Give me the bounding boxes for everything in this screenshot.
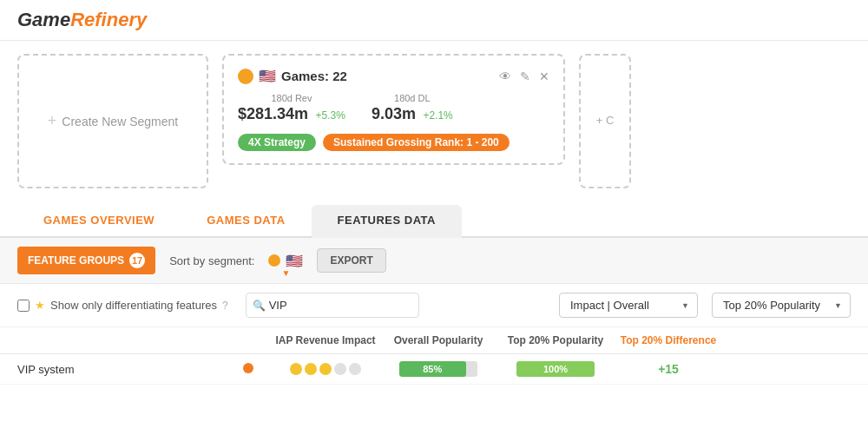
stat-rev-label: 180d Rev <box>271 93 312 103</box>
sort-label: Sort by segment: <box>169 254 254 267</box>
export-button[interactable]: EXPORT <box>317 248 385 273</box>
col-header-diff: Top 20% Difference <box>616 334 720 346</box>
segment-tag-strategy[interactable]: 4X Strategy <box>238 134 316 151</box>
segment-flag: 🇺🇸 <box>259 68 276 84</box>
popularity-label: 85% <box>423 364 442 374</box>
differentiating-checkbox[interactable] <box>17 300 30 312</box>
sort-segment-flag: 🇺🇸 <box>286 253 303 269</box>
segment-stats: 180d Rev $281.34m +5.3% 180d DL 9.03m +2… <box>238 93 549 123</box>
feature-groups-label: FEATURE GROUPS <box>28 254 124 267</box>
top20-label: 100% <box>543 364 568 374</box>
star-icon: ★ <box>35 299 45 312</box>
filter-label: Show only differentiating features <box>50 299 217 312</box>
stat-dl-value: 9.03m <box>372 105 416 122</box>
sort-segment-dot <box>268 254 280 267</box>
segment-eye-icon[interactable]: 👁 <box>499 69 511 83</box>
segment-card-header: 🇺🇸 Games: 22 👁 ✎ ✕ <box>238 68 549 84</box>
segment-tag-grossing[interactable]: Sustained Grossing Rank: 1 - 200 <box>323 134 510 151</box>
stat-dl: 180d DL 9.03m +2.1% <box>372 93 453 123</box>
stat-dl-change: +2.1% <box>423 109 452 122</box>
create-segment-box[interactable]: + Create New Segment <box>17 54 208 188</box>
segment-games-count: Games: 22 <box>281 69 347 83</box>
logo-refinery: Refinery <box>70 9 147 30</box>
table-row: VIP system 85% 100% +15 <box>0 354 868 385</box>
help-icon[interactable]: ? <box>222 300 228 312</box>
search-wrap: 🔍 <box>246 293 419 318</box>
logo-game: Game <box>17 9 70 30</box>
tabs-row: GAMES OVERVIEW GAMES DATA FEATURES DATA <box>0 203 868 238</box>
iap-dot-4 <box>334 363 346 375</box>
dot-icon <box>243 363 253 373</box>
stat-rev-value: $281.34m <box>238 105 308 122</box>
segment-title: 🇺🇸 Games: 22 <box>238 68 347 84</box>
iap-dot-3 <box>319 363 332 375</box>
dropdowns-group: Impact | Overall Top 20% Popularity <box>559 293 851 318</box>
segment-actions: 👁 ✎ ✕ <box>499 69 549 83</box>
search-icon: 🔍 <box>253 300 266 312</box>
stat-dl-label: 180d DL <box>394 93 431 103</box>
tab-features-data[interactable]: FEATURES DATA <box>312 205 462 238</box>
top20-bar: 100% <box>516 361 595 377</box>
segment-card: 🇺🇸 Games: 22 👁 ✎ ✕ 180d Rev $281.34m +5.… <box>222 54 565 165</box>
row-top20: 100% <box>495 361 616 377</box>
toolbar: FEATURE GROUPS 17 Sort by segment: 🇺🇸 ▼ … <box>0 238 868 284</box>
segment-selector[interactable]: 🇺🇸 ▼ <box>268 253 303 269</box>
tab-games-overview[interactable]: GAMES OVERVIEW <box>17 205 181 238</box>
segment-edit-icon[interactable]: ✎ <box>520 69 530 83</box>
popularity-bar-fill: 85% <box>399 361 466 377</box>
logo: GameRefinery <box>17 9 147 31</box>
row-popularity: 85% <box>382 361 495 377</box>
iap-dot-1 <box>290 363 302 375</box>
tab-games-data[interactable]: GAMES DATA <box>181 205 311 238</box>
impact-dropdown-wrap: Impact | Overall <box>559 293 698 318</box>
top20-bar-fill: 100% <box>516 361 595 377</box>
stat-rev: 180d Rev $281.34m +5.3% <box>238 93 345 123</box>
iap-dot-5 <box>349 363 361 375</box>
filter-row: ★ Show only differentiating features ? 🔍… <box>0 284 868 327</box>
segment-tags: 4X Strategy Sustained Grossing Rank: 1 -… <box>238 134 549 151</box>
feature-groups-button[interactable]: FEATURE GROUPS 17 <box>17 247 155 274</box>
search-input[interactable] <box>246 293 419 318</box>
row-dot <box>243 363 269 376</box>
stat-rev-change: +5.3% <box>316 109 345 122</box>
row-iap <box>269 363 382 375</box>
add-segment-label: + C <box>596 113 615 129</box>
create-segment-label: Create New Segment <box>62 115 178 129</box>
impact-dropdown[interactable]: Impact | Overall <box>559 293 698 318</box>
feature-groups-badge: 17 <box>129 253 145 268</box>
segment-dot <box>238 69 253 84</box>
col-header-popularity: Overall Popularity <box>382 334 495 346</box>
row-feature-name: VIP system <box>17 363 243 376</box>
col-header-top20: Top 20% Popularity <box>495 334 616 346</box>
segments-row: + Create New Segment 🇺🇸 Games: 22 👁 ✎ ✕ … <box>0 41 868 201</box>
header: GameRefinery <box>0 0 868 41</box>
popularity-dropdown-wrap: Top 20% Popularity <box>712 293 851 318</box>
sort-segment-arrow: ▼ <box>281 268 290 278</box>
col-header-iap: IAP Revenue Impact <box>269 334 382 346</box>
create-segment-plus: + <box>48 112 57 130</box>
iap-dot-2 <box>305 363 317 375</box>
table-header: IAP Revenue Impact Overall Popularity To… <box>0 327 868 354</box>
add-segment-box[interactable]: + C <box>579 54 631 188</box>
segment-close-icon[interactable]: ✕ <box>539 69 549 83</box>
popularity-dropdown[interactable]: Top 20% Popularity <box>712 293 851 318</box>
popularity-bar: 85% <box>399 361 477 377</box>
row-diff: +15 <box>616 362 720 376</box>
checkbox-area: ★ Show only differentiating features ? <box>17 299 228 312</box>
